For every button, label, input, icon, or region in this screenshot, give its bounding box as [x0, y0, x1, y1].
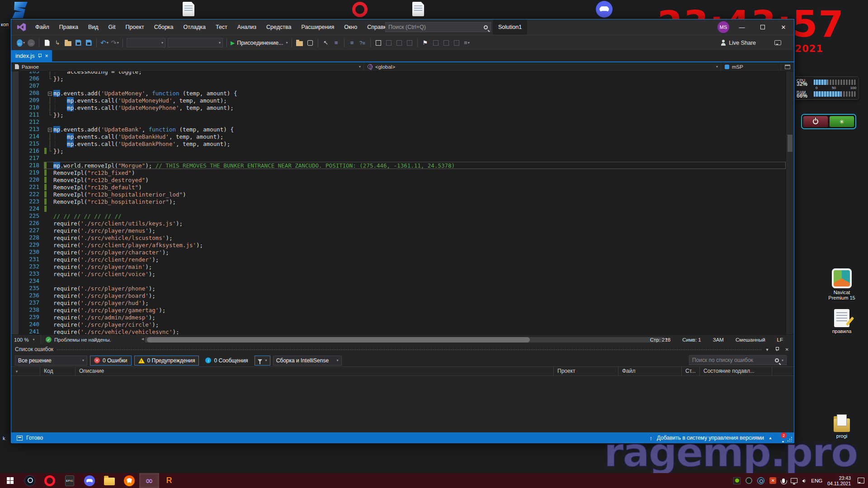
taskbar-app-brave[interactable] — [119, 473, 139, 488]
column-header-2[interactable]: Описание — [75, 367, 554, 375]
keyboard-language-indicator[interactable]: ENG — [811, 478, 822, 483]
error-list-title-bar[interactable]: Список ошибок ▾ ✕ — [11, 344, 794, 354]
next-bookmark-button[interactable] — [442, 39, 450, 47]
menu-средства[interactable]: Средства — [262, 22, 295, 32]
step-into-button[interactable] — [395, 39, 403, 47]
code-line-229[interactable]: 229require('./src/client/player/afksyste… — [11, 241, 786, 249]
select-tool-button[interactable]: ↖ — [322, 39, 330, 47]
code-line-240[interactable]: 240require('./src/player/circle'); — [11, 321, 786, 328]
column-header-4[interactable]: Файл — [618, 367, 682, 375]
preview-button[interactable] — [306, 39, 314, 47]
code-line-227[interactable]: 227require('./src/player/menus'); — [11, 227, 786, 234]
scm-action-button[interactable]: Добавить в систему управления версиями — [657, 435, 764, 441]
code-line-218[interactable]: 218mp.world.removeIpl("Morgue"); // THIS… — [11, 162, 786, 169]
code-line-207[interactable]: 207 — [11, 82, 786, 89]
code-line-208[interactable]: 208−mp.events.add('UpdateMoney', functio… — [11, 89, 786, 97]
desktop-icon-blue-s[interactable] — [12, 2, 28, 18]
code-line-233[interactable]: 233require('./src/client/voice'); — [11, 270, 786, 277]
split-editor-button[interactable] — [781, 62, 794, 71]
maximize-button[interactable] — [752, 19, 773, 35]
code-line-216[interactable]: 216└}); — [11, 147, 786, 155]
desktop-icon-progi[interactable]: progi — [821, 418, 862, 439]
taskbar-app-steam[interactable] — [20, 473, 40, 488]
desktop-icon-navicat[interactable]: Navicat Premium 15 — [821, 268, 862, 300]
save-all-button[interactable] — [85, 39, 93, 47]
horizontal-scrollbar[interactable] — [145, 337, 663, 343]
error-list-search-box[interactable]: Поиск по списку ошибок ▾ — [689, 355, 787, 365]
add-to-source-control-button[interactable] — [296, 39, 304, 47]
add-item-button[interactable]: ↳ — [53, 39, 61, 47]
panel-close-icon[interactable]: ✕ — [784, 347, 790, 352]
code-line-241[interactable]: 241require('./src/vehicle/vehiclesync'); — [11, 328, 786, 334]
pin-icon[interactable] — [38, 54, 42, 58]
column-header-5[interactable]: Ст... — [682, 367, 700, 375]
eol-indicator[interactable]: LF — [777, 337, 783, 343]
code-line-236[interactable]: 236require('./src/player/board'); — [11, 292, 786, 299]
attach-run-button[interactable]: ▶ Присоединение... ▾ — [231, 40, 288, 46]
minimize-button[interactable]: — — [731, 19, 752, 35]
undo-button[interactable]: ↶▾ — [100, 39, 108, 47]
taskbar-app-discord[interactable] — [80, 473, 99, 488]
code-line-213[interactable]: 213−mp.events.add('UpdateBank', function… — [11, 126, 786, 133]
horizontal-scrollbar-thumb[interactable] — [147, 337, 530, 343]
configuration-dropdown[interactable]: ▾ — [127, 38, 165, 47]
code-line-209[interactable]: 209│┊ mp.events.call('UpdateMoneyHud', t… — [11, 97, 786, 104]
column-header-1[interactable]: Код — [40, 367, 75, 375]
steam-tray-icon[interactable] — [757, 477, 764, 484]
disconnected-tray-icon[interactable]: ✕ — [769, 477, 776, 484]
scope-dropdown[interactable]: <global> ▾ — [364, 62, 721, 71]
taskbar-app-epic[interactable]: EPIC — [60, 473, 80, 488]
notifications-button[interactable]: 2 — [780, 435, 783, 441]
taskbar-app-opera[interactable] — [40, 473, 60, 488]
scope-filter-dropdown[interactable]: Все решение▾ — [15, 356, 87, 366]
menu-вид[interactable]: Вид — [84, 22, 103, 32]
step-over-button[interactable] — [385, 39, 393, 47]
code-line-222[interactable]: 222RemoveIpl("rc12b_hospitalinterior_lod… — [11, 191, 786, 198]
column-header-6[interactable]: Состояние подавл... — [700, 367, 772, 375]
code-line-228[interactable]: 228require('./src/vehicle/lscustoms'); — [11, 234, 786, 241]
feedback-icon[interactable] — [774, 40, 781, 45]
close-button[interactable]: ✕ — [773, 19, 794, 35]
network-tray-icon[interactable] — [791, 478, 797, 483]
taskbar-app-explorer[interactable] — [99, 473, 119, 488]
indent-button[interactable]: ≡ — [348, 39, 356, 47]
taskbar-clock[interactable]: 23:43 04.11.2021 — [827, 475, 851, 486]
step-out-button[interactable] — [406, 39, 414, 47]
code-line-234[interactable]: 234 — [11, 277, 786, 285]
account-avatar[interactable]: MS — [717, 21, 729, 33]
code-line-215[interactable]: 215│┊ mp.events.call('UpdateBankPhone', … — [11, 140, 786, 147]
code-line-211[interactable]: 211└}); — [11, 111, 786, 118]
microphone-tray-icon[interactable] — [782, 479, 785, 483]
discord-desktop-icon[interactable] — [596, 1, 613, 18]
code-line-235[interactable]: 235require('./src/player/phone'); — [11, 285, 786, 292]
menu-расширения[interactable]: Расширения — [297, 22, 338, 32]
member-dropdown[interactable]: mSP — [721, 62, 781, 71]
taskbar-app-visual-studio[interactable]: ∞ — [139, 473, 159, 488]
code-line-210[interactable]: 210│┊ mp.events.call('UpdateMoneyPhone',… — [11, 104, 786, 111]
tray-icon-circle[interactable] — [745, 477, 752, 484]
clear-bookmarks-button[interactable] — [453, 39, 461, 47]
menu-файл[interactable]: Файл — [31, 22, 53, 32]
code-line-224[interactable]: 224 — [11, 205, 786, 212]
hscroll-left-arrow[interactable]: ◄ — [141, 337, 145, 341]
navigate-forward-button[interactable]: → — [27, 39, 35, 47]
toolbar-overflow-button[interactable]: ≡▾ — [463, 39, 471, 47]
code-line-239[interactable]: 239require('./src/admin/admesp'); — [11, 314, 786, 321]
code-line-205[interactable]: 205│┊ accessKoding = toggle; — [11, 71, 786, 75]
code-line-212[interactable]: 212 — [11, 118, 786, 126]
menu-окно[interactable]: Окно — [340, 22, 361, 32]
document-outline-button[interactable]: ≡ — [332, 39, 340, 47]
menu-проект[interactable]: Проект — [122, 22, 148, 32]
errors-filter-button[interactable]: ✕ 0 Ошибки — [90, 356, 132, 366]
vertical-scrollbar-thumb[interactable] — [788, 135, 793, 152]
code-line-219[interactable]: 219RemoveIpl("rc12b_fixed") — [11, 169, 786, 176]
desktop-icon-document-1[interactable] — [183, 2, 194, 16]
code-lines[interactable]: 205│┊ accessKoding = toggle;206└});20720… — [11, 71, 786, 334]
caret-char-indicator[interactable]: Симв: 1 — [682, 337, 701, 343]
quick-search-box[interactable]: Поиск (Ctrl+Q) — [385, 22, 491, 32]
code-line-238[interactable]: 238require('./src/player/gamertag'); — [11, 306, 786, 314]
shutdown-button[interactable] — [803, 116, 828, 127]
code-line-237[interactable]: 237require('./src/player/hud'); — [11, 299, 786, 306]
error-list-body[interactable] — [11, 376, 794, 432]
code-line-214[interactable]: 214│┊ mp.events.call('UpdateBankHud', te… — [11, 133, 786, 140]
